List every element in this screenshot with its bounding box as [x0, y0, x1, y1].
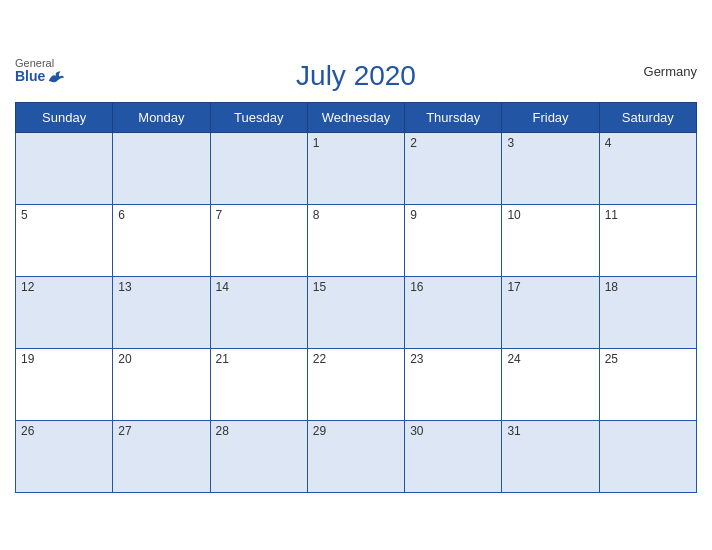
- calendar-body: 1234567891011121314151617181920212223242…: [16, 133, 697, 493]
- week-row-4: 19202122232425: [16, 349, 697, 421]
- header-friday: Friday: [502, 103, 599, 133]
- day-16: 16: [405, 277, 502, 349]
- day-number-8: 8: [313, 208, 320, 222]
- day-number-9: 9: [410, 208, 417, 222]
- day-number-29: 29: [313, 424, 326, 438]
- weekday-header-row: Sunday Monday Tuesday Wednesday Thursday…: [16, 103, 697, 133]
- day-number-27: 27: [118, 424, 131, 438]
- day-number-14: 14: [216, 280, 229, 294]
- header-sunday: Sunday: [16, 103, 113, 133]
- day-number-3: 3: [507, 136, 514, 150]
- day-1: 1: [307, 133, 404, 205]
- day-29: 29: [307, 421, 404, 493]
- day-3: 3: [502, 133, 599, 205]
- week-row-5: 262728293031: [16, 421, 697, 493]
- day-7: 7: [210, 205, 307, 277]
- day-17: 17: [502, 277, 599, 349]
- day-21: 21: [210, 349, 307, 421]
- day-number-16: 16: [410, 280, 423, 294]
- empty-day: [210, 133, 307, 205]
- calendar-table: Sunday Monday Tuesday Wednesday Thursday…: [15, 102, 697, 493]
- day-number-21: 21: [216, 352, 229, 366]
- empty-day: [16, 133, 113, 205]
- calendar-header: General Blue July 2020 Germany: [15, 52, 697, 98]
- logo: General Blue: [15, 57, 65, 84]
- logo-bird-icon: [47, 70, 65, 84]
- day-24: 24: [502, 349, 599, 421]
- day-number-10: 10: [507, 208, 520, 222]
- day-number-15: 15: [313, 280, 326, 294]
- header-tuesday: Tuesday: [210, 103, 307, 133]
- header-wednesday: Wednesday: [307, 103, 404, 133]
- header-thursday: Thursday: [405, 103, 502, 133]
- day-19: 19: [16, 349, 113, 421]
- empty-day: [599, 421, 696, 493]
- day-number-22: 22: [313, 352, 326, 366]
- day-14: 14: [210, 277, 307, 349]
- day-number-30: 30: [410, 424, 423, 438]
- day-number-7: 7: [216, 208, 223, 222]
- day-30: 30: [405, 421, 502, 493]
- day-number-13: 13: [118, 280, 131, 294]
- day-number-11: 11: [605, 208, 618, 222]
- day-number-28: 28: [216, 424, 229, 438]
- logo-blue-text: Blue: [15, 69, 65, 84]
- day-6: 6: [113, 205, 210, 277]
- day-2: 2: [405, 133, 502, 205]
- day-13: 13: [113, 277, 210, 349]
- empty-day: [113, 133, 210, 205]
- day-number-19: 19: [21, 352, 34, 366]
- calendar: General Blue July 2020 Germany Sunday Mo…: [0, 42, 712, 508]
- day-8: 8: [307, 205, 404, 277]
- day-5: 5: [16, 205, 113, 277]
- day-11: 11: [599, 205, 696, 277]
- day-27: 27: [113, 421, 210, 493]
- day-number-26: 26: [21, 424, 34, 438]
- day-number-23: 23: [410, 352, 423, 366]
- day-10: 10: [502, 205, 599, 277]
- day-22: 22: [307, 349, 404, 421]
- country-label: Germany: [644, 64, 697, 79]
- day-number-12: 12: [21, 280, 34, 294]
- day-number-4: 4: [605, 136, 612, 150]
- day-31: 31: [502, 421, 599, 493]
- day-15: 15: [307, 277, 404, 349]
- day-number-25: 25: [605, 352, 618, 366]
- day-25: 25: [599, 349, 696, 421]
- day-26: 26: [16, 421, 113, 493]
- day-number-1: 1: [313, 136, 320, 150]
- day-4: 4: [599, 133, 696, 205]
- week-row-3: 12131415161718: [16, 277, 697, 349]
- header-monday: Monday: [113, 103, 210, 133]
- day-number-18: 18: [605, 280, 618, 294]
- day-20: 20: [113, 349, 210, 421]
- day-number-31: 31: [507, 424, 520, 438]
- day-18: 18: [599, 277, 696, 349]
- week-row-1: 1234: [16, 133, 697, 205]
- day-number-5: 5: [21, 208, 28, 222]
- day-number-20: 20: [118, 352, 131, 366]
- day-9: 9: [405, 205, 502, 277]
- day-12: 12: [16, 277, 113, 349]
- calendar-title: July 2020: [296, 60, 416, 92]
- day-23: 23: [405, 349, 502, 421]
- day-number-2: 2: [410, 136, 417, 150]
- day-28: 28: [210, 421, 307, 493]
- day-number-17: 17: [507, 280, 520, 294]
- week-row-2: 567891011: [16, 205, 697, 277]
- header-saturday: Saturday: [599, 103, 696, 133]
- day-number-24: 24: [507, 352, 520, 366]
- day-number-6: 6: [118, 208, 125, 222]
